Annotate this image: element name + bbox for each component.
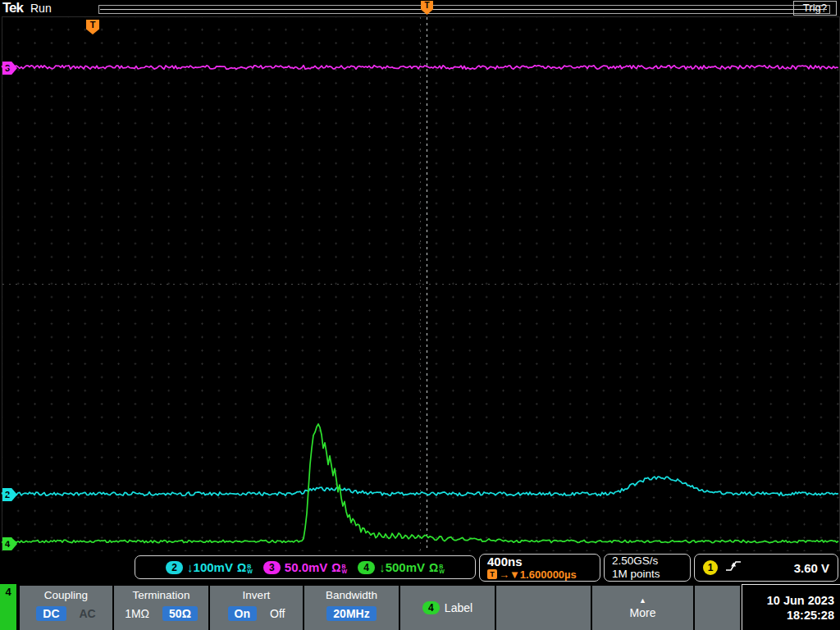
ch4-termination-icon: ΩBW: [429, 561, 445, 574]
ch3-readout: 3 50.0mV ΩBW: [263, 560, 347, 574]
up-arrow-icon: ▲: [639, 596, 646, 605]
trigger-time-flag-icon[interactable]: T: [86, 20, 99, 34]
bottom-menu-bar: 4 Coupling DC AC Termination 1MΩ 50Ω Inv…: [0, 584, 840, 630]
ch4-badge: 4: [358, 561, 375, 574]
timebase-value: 400ns: [487, 555, 600, 568]
termination-50-option[interactable]: 50Ω: [162, 606, 198, 621]
rising-edge-icon: [725, 559, 742, 576]
ch3-ground-marker[interactable]: 3: [2, 62, 17, 75]
ch2-termination-icon: ΩBW: [237, 561, 253, 574]
invert-on-option[interactable]: On: [228, 606, 257, 621]
trig-status-badge: Trig?: [793, 1, 837, 16]
coupling-dc-option[interactable]: DC: [36, 606, 66, 621]
termination-button[interactable]: Termination 1MΩ 50Ω: [114, 586, 208, 630]
channel-scale-readouts: 2 ↓100mV ΩBW 3 50.0mV ΩBW 4 ↓500mV ΩBW: [135, 555, 476, 579]
time-value: 18:25:28: [787, 608, 834, 623]
trigger-readout: 1 3.60 V: [694, 554, 838, 582]
coupling-title: Coupling: [20, 589, 112, 601]
invert-button[interactable]: Invert On Off: [210, 586, 303, 630]
datetime-display: 10 Jun 2023 18:25:28: [742, 584, 840, 630]
tek-logo: Tek: [2, 0, 23, 16]
ch4-readout: 4 ↓500mV ΩBW: [358, 560, 445, 574]
label-button[interactable]: 4 Label: [400, 586, 495, 630]
label-channel-badge: 4: [422, 601, 440, 614]
ch2-readout: 2 ↓100mV ΩBW: [166, 560, 253, 574]
acquisition-record-line: [100, 9, 827, 10]
record-length: 1M points: [612, 568, 690, 581]
bandwidth-value-option[interactable]: 20MHz: [326, 606, 376, 621]
label-text: Label: [445, 601, 472, 614]
termination-title: Termination: [114, 589, 208, 601]
more-button[interactable]: ▲ More: [592, 586, 693, 630]
more-text: More: [630, 606, 656, 619]
ch2-scale: ↓100mV: [187, 560, 233, 574]
date-value: 10 Jun 2023: [767, 593, 834, 608]
expansion-point-line: [427, 17, 427, 552]
active-channel-tab[interactable]: 4: [0, 584, 16, 630]
horizontal-readout: 400ns T →▼1.600000µs: [479, 554, 600, 582]
ch3-badge: 3: [263, 561, 281, 574]
termination-1m-option[interactable]: 1MΩ: [125, 607, 149, 620]
empty-menu-slot: [496, 586, 591, 630]
trigger-level-value: 3.60 V: [794, 561, 829, 575]
coupling-ac-option[interactable]: AC: [80, 607, 96, 620]
acquisition-position-bar: [98, 5, 830, 14]
invert-off-option[interactable]: Off: [270, 607, 285, 620]
trigger-t-icon: T: [487, 569, 497, 579]
invert-title: Invert: [210, 589, 303, 601]
coupling-button[interactable]: Coupling DC AC: [20, 586, 112, 630]
center-horizontal-gridline: [2, 284, 839, 285]
ch4-ground-marker[interactable]: 4: [2, 537, 17, 550]
trigger-delay-value: →▼1.600000µs: [499, 568, 577, 581]
graticule: T 3 2 4: [2, 16, 840, 553]
ch2-badge: 2: [166, 561, 183, 574]
ch3-scale: 50.0mV: [285, 560, 328, 574]
top-status-bar: Tek Run T Trig?: [0, 0, 840, 16]
ch2-ground-marker[interactable]: 2: [2, 488, 17, 501]
trigger-delay-row: T →▼1.600000µs: [487, 568, 600, 581]
run-status: Run: [30, 2, 52, 15]
bandwidth-button[interactable]: Bandwidth 20MHz: [304, 586, 399, 630]
ch4-scale: ↓500mV: [379, 560, 425, 574]
trigger-source-badge: 1: [703, 560, 718, 575]
center-vertical-gridline: [420, 17, 421, 552]
ch3-termination-icon: ΩBW: [331, 561, 347, 574]
bandwidth-title: Bandwidth: [304, 589, 399, 601]
empty-menu-slot-2: [695, 586, 740, 630]
sample-rate: 2.50GS/s: [612, 555, 690, 568]
acquisition-readout: 2.50GS/s 1M points: [604, 554, 691, 582]
readout-bar: 2 ↓100mV ΩBW 3 50.0mV ΩBW 4 ↓500mV ΩBW 4…: [0, 551, 840, 584]
